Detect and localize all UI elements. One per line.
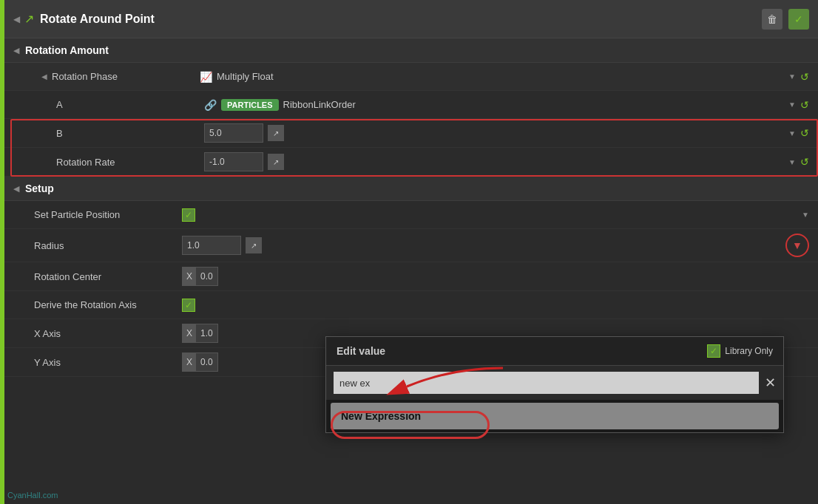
rotation-phase-controls: 📈 Multiply Float (200, 71, 788, 83)
rotation-rate-dropdown[interactable]: ▼ (788, 158, 796, 166)
new-expression-item[interactable]: New Expression (331, 403, 779, 429)
b-label: B (56, 128, 204, 139)
header-icon: ↗ (24, 12, 34, 26)
multiply-icon: 📈 (200, 71, 212, 83)
ribbon-link-order: RibbonLinkOrder (283, 99, 356, 110)
rotation-amount-arrow: ◀ (13, 46, 19, 55)
y-axis-label: Y Axis (34, 357, 182, 368)
b-row: B ↗ ▼ ↺ (4, 119, 818, 148)
b-input[interactable] (204, 123, 263, 143)
radius-chevron-circle[interactable]: ▼ (785, 234, 809, 257)
setup-header[interactable]: ◀ Setup (4, 177, 818, 201)
b-expand[interactable]: ↗ (268, 125, 284, 141)
set-particle-position-label: Set Particle Position (34, 209, 182, 220)
set-particle-position-controls: ✓ (182, 208, 802, 222)
x-axis-value[interactable]: 1.0 (196, 328, 217, 338)
rotation-center-x-value[interactable]: 0.0 (196, 271, 217, 282)
edit-value-popup: Edit value ✓ Library Only ✕ New Expressi… (325, 336, 784, 433)
derive-rotation-axis-label: Derive the Rotation Axis (34, 299, 182, 310)
set-particle-position-checkbox[interactable]: ✓ (182, 208, 195, 222)
derive-rotation-axis-row: Derive the Rotation Axis ✓ (4, 291, 818, 319)
a-reset[interactable]: ↺ (800, 99, 809, 111)
popup-library: ✓ Library Only (707, 344, 773, 358)
y-axis-x-prefix: X (183, 353, 196, 371)
header-row: ◀ ↗ Rotate Around Point 🗑 ✓ (4, 0, 818, 38)
rotation-amount-section: ◀ Rotation Amount ◀ Rotation Phase 📈 Mul… (4, 38, 818, 177)
x-axis-label: X Axis (34, 328, 182, 339)
multiply-float-text: Multiply Float (217, 71, 274, 82)
y-axis-x-container: X 0.0 (182, 353, 218, 372)
y-axis-value[interactable]: 0.0 (196, 357, 217, 367)
radius-label: Radius (34, 240, 182, 251)
rotation-phase-end: ▼ ↺ (788, 71, 809, 83)
setup-arrow: ◀ (13, 184, 19, 194)
setup-title: Setup (25, 183, 54, 194)
rotation-center-controls: X 0.0 (182, 267, 809, 286)
derive-rotation-axis-controls: ✓ (182, 299, 809, 312)
a-row: A 🔗 PARTICLES RibbonLinkOrder ▼ ↺ (4, 91, 818, 119)
radius-input[interactable] (182, 236, 241, 255)
header-collapse-arrow[interactable]: ◀ (13, 14, 20, 24)
set-particle-position-row: Set Particle Position ✓ ▼ (4, 201, 818, 229)
rotation-rate-reset[interactable]: ↺ (800, 156, 809, 168)
delete-button[interactable]: 🗑 (762, 9, 782, 30)
radius-row-end: ▼ (785, 234, 809, 257)
particles-badge: PARTICLES (221, 99, 279, 111)
popup-header: Edit value ✓ Library Only (326, 337, 783, 366)
b-controls: ↗ (204, 123, 788, 143)
derive-rotation-axis-checkbox[interactable]: ✓ (182, 299, 195, 312)
set-particle-dropdown[interactable]: ▼ (802, 211, 809, 219)
b-reset[interactable]: ↺ (800, 127, 809, 139)
page-title: Rotate Around Point (40, 13, 762, 26)
x-axis-x-prefix: X (183, 324, 196, 342)
a-label: A (56, 99, 204, 110)
a-dropdown[interactable]: ▼ (788, 101, 796, 109)
watermark: CyanHall.com (7, 491, 58, 500)
b-rotrate-group: B ↗ ▼ ↺ Rotation Rate ↗ (4, 119, 818, 177)
rotation-amount-header[interactable]: ◀ Rotation Amount (4, 38, 818, 63)
rotation-phase-arrow: ◀ (41, 72, 47, 81)
rotation-rate-row: Rotation Rate ↗ ▼ ↺ (4, 148, 818, 177)
content: ◀ ↗ Rotate Around Point 🗑 ✓ ◀ Rotation A… (4, 0, 818, 377)
rotation-rate-expand[interactable]: ↗ (268, 154, 284, 170)
b-row-end: ▼ ↺ (788, 127, 809, 139)
rotation-phase-dropdown[interactable]: ▼ (788, 72, 796, 81)
popup-input-row: ✕ (326, 366, 783, 400)
radius-expand[interactable]: ↗ (246, 237, 262, 253)
header-actions: 🗑 ✓ (762, 9, 809, 30)
library-only-checkbox[interactable]: ✓ (707, 344, 720, 358)
a-row-end: ▼ ↺ (788, 99, 809, 111)
rotation-amount-title: Rotation Amount (25, 44, 109, 56)
rotation-center-label: Rotation Center (34, 271, 182, 282)
library-only-label: Library Only (725, 346, 773, 356)
set-particle-position-end: ▼ (802, 211, 809, 219)
rotation-center-x-container: X 0.0 (182, 267, 218, 286)
rotation-rate-controls: ↗ (204, 152, 788, 171)
rotation-rate-label: Rotation Rate (56, 157, 204, 168)
rotation-phase-row: ◀ Rotation Phase 📈 Multiply Float ▼ ↺ (4, 63, 818, 91)
b-dropdown[interactable]: ▼ (788, 129, 796, 137)
popup-search-input[interactable] (334, 372, 759, 394)
radius-row: Radius ↗ ▼ (4, 229, 818, 262)
x-axis-x-container: X 1.0 (182, 324, 218, 343)
main-container: ◀ ↗ Rotate Around Point 🗑 ✓ ◀ Rotation A… (0, 0, 818, 504)
rotation-phase-label: Rotation Phase (52, 71, 200, 82)
rotation-phase-reset[interactable]: ↺ (800, 71, 809, 83)
radius-controls: ↗ (182, 236, 785, 255)
popup-title: Edit value (337, 345, 385, 357)
a-controls: 🔗 PARTICLES RibbonLinkOrder (204, 99, 788, 111)
rotation-rate-end: ▼ ↺ (788, 156, 809, 168)
link-icon: 🔗 (204, 99, 217, 111)
popup-clear-button[interactable]: ✕ (765, 375, 776, 391)
rotation-center-x-prefix: X (183, 268, 196, 285)
check-button[interactable]: ✓ (788, 9, 809, 30)
rotation-center-row: Rotation Center X 0.0 (4, 262, 818, 291)
rotation-rate-input[interactable] (204, 152, 263, 171)
